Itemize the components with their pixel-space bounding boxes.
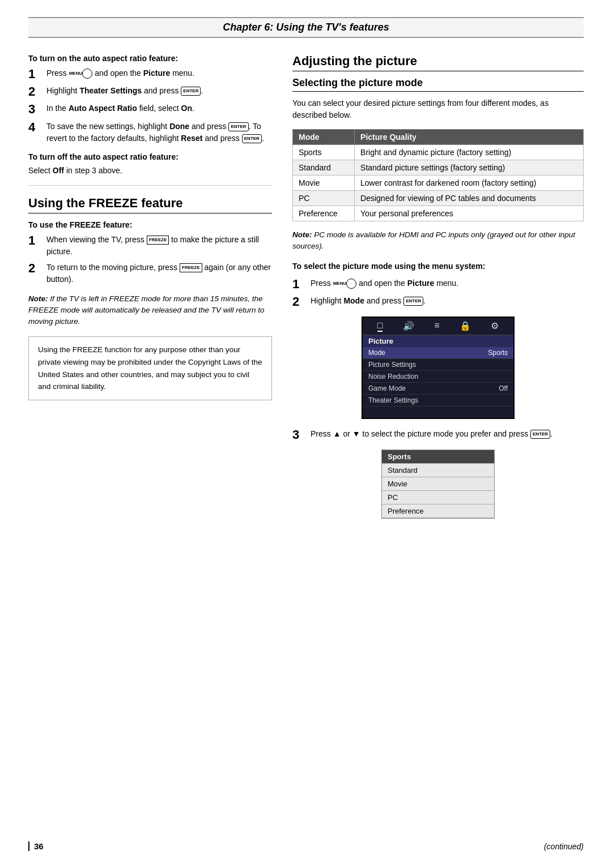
off-bold: Off	[53, 166, 64, 175]
menu-button-combo-2: MENU	[333, 279, 357, 289]
menu-step-2: 2 Highlight Mode and press ENTER.	[292, 295, 584, 309]
two-column-layout: To turn on the auto aspect ratio feature…	[28, 54, 584, 528]
table-cell-quality: Lower contrast for darkened room (factor…	[355, 176, 584, 191]
tv-icon-picture: □	[377, 320, 383, 332]
table-row: SportsBright and dynamic picture (factor…	[293, 145, 584, 160]
menu-step-1-content: Press MENU and open the Picture menu.	[311, 277, 584, 289]
auto-aspect-off-section: To turn off the auto aspect ratio featur…	[28, 152, 272, 175]
picture-mode-item: Sports	[382, 450, 494, 464]
freeze-heading: To use the FREEZE feature:	[28, 220, 272, 229]
menu-circle-icon-2	[346, 279, 356, 289]
freeze-steps: 1 When viewing the TV, press FREEZE to m…	[28, 234, 272, 285]
page-number: 36	[28, 841, 44, 851]
menu-step-num-2: 2	[292, 295, 308, 309]
tv-menu-screenshot: □ 🔊 ≡ 🔒 ⚙ Picture Mode Sports Picture Se…	[362, 317, 515, 419]
tv-menu-row-empty	[363, 407, 513, 418]
table-cell-quality: Designed for viewing of PC tables and do…	[355, 191, 584, 206]
theater-settings-bold: Theater Settings	[79, 86, 142, 95]
step-3-right-content: Press or to select the picture mode you …	[311, 428, 584, 440]
table-header-mode: Mode	[293, 130, 355, 145]
tv-menu-noise-reduction-label: Noise Reduction	[368, 373, 418, 380]
table-cell-mode: Preference	[293, 206, 355, 221]
triangle-up-icon	[333, 429, 341, 438]
picture-mode-item: PC	[382, 491, 494, 504]
table-row: StandardStandard picture settings (facto…	[293, 160, 584, 176]
mode-bold: Mode	[343, 296, 364, 305]
freeze-step-2-content: To return to the moving picture, press F…	[46, 262, 272, 285]
tv-menu-mode-label: Mode	[368, 349, 385, 357]
tv-menu-game-mode-label: Game Mode	[368, 384, 406, 392]
tv-menu-row-game-mode: Game Mode Off	[363, 383, 513, 395]
menu-button-combo: MENU	[69, 69, 93, 79]
table-row: MovieLower contrast for darkened room (f…	[293, 176, 584, 191]
step-num-3-right: 3	[292, 428, 308, 442]
menu-step-num-1: 1	[292, 277, 308, 291]
selecting-title: Selecting the picture mode	[292, 77, 584, 92]
freeze-step-2: 2 To return to the moving picture, press…	[28, 262, 272, 285]
step-3-select-mode: 3 Press or to select the picture mode yo…	[292, 428, 584, 442]
tv-menu-game-mode-value: Off	[499, 384, 508, 392]
step-2-content: Highlight Theater Settings and press ENT…	[46, 85, 272, 97]
chapter-header: Chapter 6: Using the TV's features	[28, 17, 584, 38]
auto-aspect-ratio-bold: Auto Aspect Ratio	[69, 104, 137, 113]
step-4-auto-on: 4 To save the new settings, highlight Do…	[28, 121, 272, 144]
tv-menu-mode-value: Sports	[488, 349, 508, 357]
done-bold: Done	[169, 122, 189, 131]
picture-mode-item: Movie	[382, 477, 494, 491]
enter-button-5: ENTER	[530, 430, 550, 439]
picture-mode-list: SportsStandardMoviePCPreference	[381, 450, 495, 519]
tv-icon-setup: ≡	[434, 320, 439, 332]
continued-label: (continued)	[544, 842, 584, 851]
picture-mode-item: Preference	[382, 504, 494, 518]
step-num-2: 2	[28, 85, 44, 99]
table-row: PreferenceYour personal preferences	[293, 206, 584, 221]
step-4-content: To save the new settings, highlight Done…	[46, 121, 272, 144]
tv-icon-sound: 🔊	[403, 320, 414, 332]
picture-mode-table: Mode Picture Quality SportsBright and dy…	[292, 129, 584, 221]
right-column: Adjusting the picture Selecting the pict…	[292, 54, 584, 528]
auto-aspect-off-heading: To turn off the auto aspect ratio featur…	[28, 152, 272, 161]
triangle-down-icon	[352, 429, 360, 438]
reset-bold: Reset	[181, 134, 202, 143]
pc-note: Note: PC mode is available for HDMI and …	[292, 229, 584, 253]
auto-aspect-on-heading: To turn on the auto aspect ratio feature…	[28, 54, 272, 63]
menu-circle-icon	[82, 69, 92, 79]
tv-icon-lock: 🔒	[460, 320, 471, 332]
freeze-step-num-2: 2	[28, 262, 44, 275]
adjusting-title: Adjusting the picture	[292, 54, 584, 71]
freeze-button-2: FREEZE	[180, 263, 202, 272]
tv-menu-row-theater-settings: Theater Settings	[363, 395, 513, 407]
freeze-step-1: 1 When viewing the TV, press FREEZE to m…	[28, 234, 272, 258]
tv-menu-row-picture-settings: Picture Settings	[363, 359, 513, 371]
step-3-content: In the Auto Aspect Ratio field, select O…	[46, 102, 272, 114]
tv-icon-options: ⚙	[491, 320, 499, 332]
enter-button-2: ENTER	[228, 122, 248, 131]
tv-menu-row-noise-reduction: Noise Reduction	[363, 371, 513, 383]
pc-note-text: PC mode is available for HDMI and PC inp…	[292, 230, 575, 250]
page: Chapter 6: Using the TV's features To tu…	[0, 0, 612, 868]
divider-1	[28, 185, 272, 186]
step-num-1: 1	[28, 67, 44, 81]
table-cell-mode: Sports	[293, 145, 355, 160]
table-cell-mode: Standard	[293, 160, 355, 176]
table-cell-mode: Movie	[293, 176, 355, 191]
step-2-auto-on: 2 Highlight Theater Settings and press E…	[28, 85, 272, 99]
menu-system-heading: To select the picture mode using the men…	[292, 262, 584, 271]
enter-button-4: ENTER	[403, 297, 423, 306]
table-cell-quality: Your personal preferences	[355, 206, 584, 221]
tv-menu-picture-title: Picture	[363, 335, 513, 347]
tv-menu-theater-settings-label: Theater Settings	[368, 396, 418, 404]
freeze-note: Note: If the TV is left in FREEZE mode f…	[28, 293, 272, 328]
step-3-auto-on: 3 In the Auto Aspect Ratio field, select…	[28, 102, 272, 116]
step-num-3: 3	[28, 102, 44, 116]
auto-aspect-on-section: To turn on the auto aspect ratio feature…	[28, 54, 272, 144]
chapter-title: Chapter 6: Using the TV's features	[223, 22, 389, 33]
table-cell-quality: Bright and dynamic picture (factory sett…	[355, 145, 584, 160]
picture-mode-list-container: SportsStandardMoviePCPreference	[292, 450, 584, 519]
tv-menu-row-mode: Mode Sports	[363, 347, 513, 359]
copyright-box: Using the FREEZE function for any purpos…	[28, 336, 272, 400]
enter-button-3: ENTER	[242, 134, 262, 143]
table-header-quality: Picture Quality	[355, 130, 584, 145]
step-1-auto-on: 1 Press MENU and open the Picture menu.	[28, 67, 272, 81]
table-cell-quality: Standard picture settings (factory setti…	[355, 160, 584, 176]
